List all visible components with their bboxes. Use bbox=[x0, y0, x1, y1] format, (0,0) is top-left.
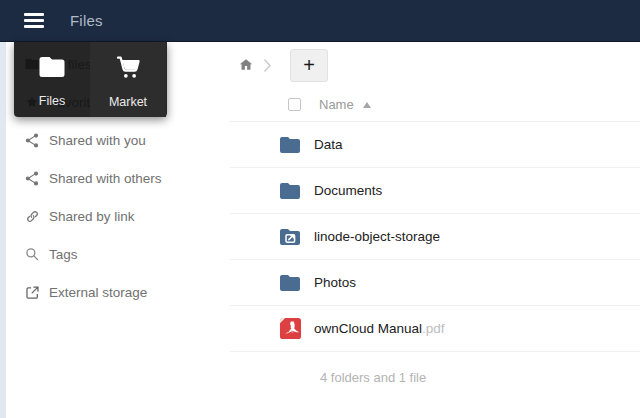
sidebar-item-external-storage[interactable]: External storage bbox=[6, 273, 230, 311]
file-name[interactable]: Data bbox=[314, 137, 343, 152]
file-list-summary: 4 folders and 1 file bbox=[230, 352, 640, 402]
breadcrumb-bar: + bbox=[230, 42, 640, 88]
sidebar-item-label: Tags bbox=[49, 247, 78, 262]
app-menu-item-label: Market bbox=[109, 95, 147, 109]
folder-icon bbox=[278, 133, 302, 157]
external-folder-icon bbox=[278, 225, 302, 249]
folder-icon bbox=[37, 52, 67, 86]
file-row-data[interactable]: Data bbox=[230, 122, 640, 168]
share-icon bbox=[22, 168, 42, 188]
owncloud-files-app: Files All files Favorites Shared with yo… bbox=[0, 0, 640, 418]
app-menu-item-files[interactable]: Files bbox=[14, 42, 90, 117]
file-name[interactable]: Documents bbox=[314, 183, 382, 198]
name-column-header[interactable]: Name bbox=[319, 97, 354, 112]
app-menu-item-market[interactable]: Market bbox=[90, 42, 166, 117]
sidebar-item-shared-by-link[interactable]: Shared by link bbox=[6, 197, 230, 235]
file-name[interactable]: Photos bbox=[314, 275, 356, 290]
file-list-header: Name bbox=[230, 88, 640, 122]
sidebar-item-label: Shared with others bbox=[49, 171, 162, 186]
files-panel: + Name Data Documents linode-object-stor… bbox=[230, 42, 640, 418]
sidebar-item-tags[interactable]: Tags bbox=[6, 235, 230, 273]
sidebar-item-label: Shared with you bbox=[49, 133, 146, 148]
sidebar-item-shared-with-others[interactable]: Shared with others bbox=[6, 159, 230, 197]
file-row-linode-object-storage[interactable]: linode-object-storage bbox=[230, 214, 640, 260]
file-name[interactable]: ownCloud Manual.pdf bbox=[314, 321, 445, 336]
app-menu-item-label: Files bbox=[39, 94, 65, 108]
app-menu-dropdown: Files Market bbox=[14, 42, 167, 117]
app-menu-toggle-icon[interactable] bbox=[24, 10, 44, 31]
link-icon bbox=[22, 206, 42, 226]
new-file-button[interactable]: + bbox=[290, 49, 328, 82]
chevron-right-icon bbox=[263, 58, 272, 73]
magnifier-icon bbox=[22, 244, 42, 264]
file-extension: .pdf bbox=[422, 321, 445, 336]
folder-icon bbox=[278, 179, 302, 203]
sidebar-item-label: Shared by link bbox=[49, 209, 135, 224]
pdf-file-icon bbox=[278, 317, 302, 341]
select-all-checkbox[interactable] bbox=[288, 98, 301, 111]
sidebar-item-shared-with-you[interactable]: Shared with you bbox=[6, 121, 230, 159]
top-navbar: Files bbox=[0, 0, 640, 42]
shopping-cart-icon bbox=[112, 51, 144, 87]
folder-icon bbox=[278, 271, 302, 295]
share-icon bbox=[22, 130, 42, 150]
external-link-icon bbox=[22, 282, 42, 302]
home-icon[interactable] bbox=[238, 57, 254, 73]
file-base-name: ownCloud Manual bbox=[314, 321, 422, 336]
app-title: Files bbox=[70, 12, 103, 29]
sidebar-item-label: External storage bbox=[49, 285, 147, 300]
file-row-documents[interactable]: Documents bbox=[230, 168, 640, 214]
sort-ascending-icon bbox=[363, 102, 371, 108]
file-row-photos[interactable]: Photos bbox=[230, 260, 640, 306]
file-name[interactable]: linode-object-storage bbox=[314, 229, 440, 244]
file-row-owncloud-manual[interactable]: ownCloud Manual.pdf bbox=[230, 306, 640, 352]
